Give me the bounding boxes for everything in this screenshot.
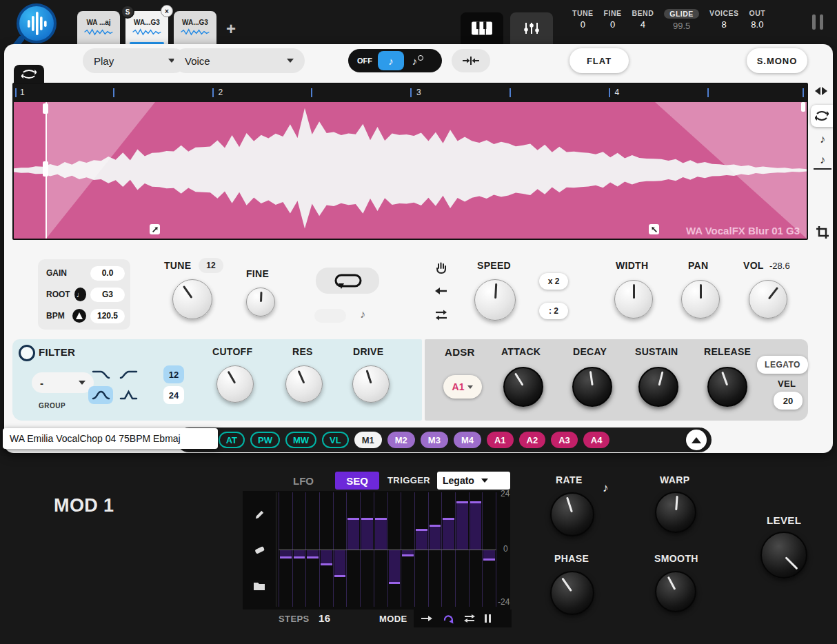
shuffle-icon[interactable]: [434, 309, 448, 324]
note-length-icon[interactable]: ♪: [814, 152, 831, 170]
metric-value[interactable]: 4: [641, 19, 645, 30]
add-sample-tab-button[interactable]: +: [226, 19, 236, 39]
vel-value-badge[interactable]: 20: [774, 392, 803, 410]
note-sync-icon[interactable]: ♪: [814, 131, 831, 148]
hold-mode-icon[interactable]: [485, 614, 491, 623]
mod-slot-a2[interactable]: A2: [519, 432, 546, 448]
warp-knob[interactable]: [655, 492, 696, 533]
metronome-icon[interactable]: [72, 309, 86, 323]
mod-slot-a1[interactable]: A1: [487, 432, 514, 448]
seq-step[interactable]: [333, 492, 347, 607]
seq-step[interactable]: [469, 492, 483, 607]
slope-24-button[interactable]: 24: [163, 386, 184, 404]
mod-slot-a3[interactable]: A3: [551, 432, 578, 448]
trigger-dropdown[interactable]: Legato: [437, 472, 510, 490]
loop-tool-button[interactable]: [811, 105, 833, 127]
pan-knob[interactable]: [681, 280, 720, 319]
forward-mode-icon[interactable]: [421, 615, 433, 622]
loop-mode-tab[interactable]: [14, 65, 44, 83]
root-value[interactable]: G3: [90, 288, 125, 302]
folder-icon[interactable]: [250, 576, 269, 596]
seq-step[interactable]: [374, 492, 387, 607]
crop-icon[interactable]: [814, 223, 831, 241]
metric-value[interactable]: 0: [610, 19, 615, 30]
clef-icon[interactable]: ♩: [74, 288, 86, 301]
cutoff-knob[interactable]: [216, 365, 254, 403]
collapse-panel-button[interactable]: [686, 430, 707, 450]
sample-tab[interactable]: WA ...aj: [77, 11, 120, 44]
seq-step[interactable]: [279, 492, 292, 607]
bell-filter-button[interactable]: [116, 386, 141, 404]
filter-enable-toggle[interactable]: [19, 345, 35, 361]
mod-slot-pw[interactable]: PW: [250, 432, 280, 448]
seq-step[interactable]: [346, 492, 360, 607]
mod-slot-vl[interactable]: VL: [322, 432, 349, 448]
mod-slot-mw[interactable]: MW: [285, 432, 316, 448]
level-knob[interactable]: [760, 532, 807, 578]
step-sequencer-grid[interactable]: [279, 492, 496, 607]
seq-step[interactable]: [360, 492, 374, 607]
seq-step[interactable]: [455, 492, 469, 607]
loop-mode-icon[interactable]: [442, 613, 454, 624]
release-knob[interactable]: [707, 367, 747, 407]
metric-value[interactable]: 8: [722, 19, 727, 30]
attack-knob[interactable]: [503, 367, 543, 407]
vol-value[interactable]: -28.6: [769, 261, 790, 271]
slope-12-button[interactable]: 12: [163, 365, 184, 383]
seq-step[interactable]: [319, 492, 333, 607]
sync-off-button[interactable]: OFF: [348, 57, 378, 65]
loop-length-badge[interactable]: [314, 309, 346, 323]
rate-knob[interactable]: [550, 492, 594, 536]
env-slot-dropdown[interactable]: A1: [443, 375, 482, 399]
loop-button[interactable]: [316, 268, 379, 294]
timeline-ruler[interactable]: 1234: [14, 84, 807, 102]
fade-in-handle[interactable]: [150, 224, 160, 234]
bpm-value[interactable]: 120.5: [90, 309, 125, 323]
eraser-tool-icon[interactable]: [250, 539, 269, 559]
legato-button[interactable]: LEGATO: [757, 356, 808, 374]
end-marker-grip[interactable]: [801, 102, 805, 112]
mixer-view-button[interactable]: [510, 12, 553, 44]
bandpass-filter-button[interactable]: [88, 386, 113, 404]
snap-button[interactable]: [452, 49, 490, 72]
start-marker-grip[interactable]: [43, 161, 48, 177]
speed-divide-badge[interactable]: : 2: [539, 303, 568, 319]
pingpong-mode-icon[interactable]: [463, 614, 476, 623]
metric-value[interactable]: 0: [581, 19, 585, 30]
note-sync-icon[interactable]: ♪: [603, 481, 609, 495]
sample-tab[interactable]: WA...G3: [174, 11, 216, 44]
seq-step[interactable]: [414, 492, 428, 607]
sync-triplet-button[interactable]: ♪: [404, 51, 432, 70]
sustain-knob[interactable]: [638, 367, 678, 407]
mod-slot-at[interactable]: AT: [219, 432, 245, 448]
seq-step[interactable]: [428, 492, 442, 607]
metric-value[interactable]: 99.5: [673, 21, 690, 31]
arrow-left-icon[interactable]: [434, 286, 448, 299]
speed-multiply-badge[interactable]: x 2: [539, 273, 568, 290]
keyboard-view-button[interactable]: [461, 12, 503, 44]
tune-semitones-badge[interactable]: 12: [199, 258, 223, 273]
smooth-knob[interactable]: [655, 571, 696, 612]
seq-step[interactable]: [401, 492, 414, 607]
bypass-icon[interactable]: [812, 14, 823, 30]
seq-step[interactable]: [482, 492, 496, 607]
tab-seq[interactable]: SEQ: [335, 472, 379, 490]
steps-value[interactable]: 16: [319, 612, 331, 624]
drive-knob[interactable]: [352, 365, 390, 403]
voice-mode-dropdown[interactable]: Voice: [174, 48, 305, 73]
seq-step[interactable]: [387, 492, 401, 607]
mod-slot-m1[interactable]: M1: [354, 432, 382, 448]
decay-knob[interactable]: [572, 367, 612, 407]
flat-button[interactable]: FLAT: [569, 48, 629, 73]
vol-knob[interactable]: [749, 280, 787, 319]
hand-tool-icon[interactable]: [434, 261, 448, 277]
fade-out-handle[interactable]: [649, 224, 659, 234]
waveform-area[interactable]: WA VocalFX Blur 01 G3: [14, 102, 807, 239]
sync-straight-button[interactable]: ♪: [378, 51, 404, 70]
seq-step[interactable]: [441, 492, 455, 607]
filter-group-dropdown[interactable]: -: [32, 372, 94, 393]
mod-slot-m3[interactable]: M3: [421, 432, 448, 448]
play-mode-dropdown[interactable]: Play: [83, 48, 186, 73]
highpass-filter-button[interactable]: [116, 365, 141, 383]
tune-knob[interactable]: [172, 279, 212, 319]
